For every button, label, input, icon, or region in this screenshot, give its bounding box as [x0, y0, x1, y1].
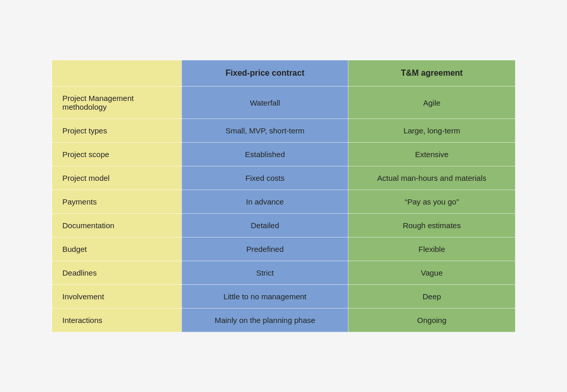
- row-tm-cell: Rough estimates: [348, 214, 515, 237]
- row-tm-cell: Flexible: [348, 237, 515, 261]
- header-fixed-price-cell: Fixed-price contract: [181, 60, 348, 87]
- row-label-cell: Documentation: [52, 214, 182, 237]
- row-label-cell: Budget: [52, 237, 182, 261]
- row-fixed-price-cell: Predefined: [181, 237, 348, 261]
- table-row: BudgetPredefinedFlexible: [52, 237, 515, 261]
- row-label-cell: Deadlines: [52, 261, 182, 285]
- row-label-cell: Project model: [52, 166, 182, 190]
- row-fixed-price-cell: Fixed costs: [181, 166, 348, 190]
- row-tm-cell: Extensive: [348, 143, 515, 166]
- row-fixed-price-cell: Mainly on the planning phase: [181, 309, 348, 332]
- row-fixed-price-cell: Little to no management: [181, 285, 348, 309]
- row-tm-cell: Actual man-hours and materials: [348, 166, 515, 190]
- row-fixed-price-cell: Waterfall: [181, 87, 348, 119]
- table-header-row: Fixed-price contract T&M agreement: [52, 60, 515, 87]
- row-label-cell: Payments: [52, 190, 182, 214]
- row-label-cell: Involvement: [52, 285, 182, 309]
- row-tm-cell: Large, long-term: [348, 119, 515, 143]
- row-fixed-price-cell: In advance: [181, 190, 348, 214]
- row-fixed-price-cell: Small, MVP, short-term: [181, 119, 348, 143]
- header-tm-cell: T&M agreement: [348, 60, 515, 87]
- row-label-cell: Project types: [52, 119, 182, 143]
- table-row: InvolvementLittle to no managementDeep: [52, 285, 515, 309]
- table-row: PaymentsIn advance“Pay as you go”: [52, 190, 515, 214]
- row-fixed-price-cell: Strict: [181, 261, 348, 285]
- row-fixed-price-cell: Established: [181, 143, 348, 166]
- row-label-cell: Interactions: [52, 309, 182, 332]
- row-tm-cell: Vague: [348, 261, 515, 285]
- row-tm-cell: “Pay as you go”: [348, 190, 515, 214]
- table-row: Project typesSmall, MVP, short-termLarge…: [52, 119, 515, 143]
- table-row: Project modelFixed costsActual man-hours…: [52, 166, 515, 190]
- table-row: DeadlinesStrictVague: [52, 261, 515, 285]
- table-row: DocumentationDetailedRough estimates: [52, 214, 515, 237]
- header-label-cell: [52, 60, 182, 87]
- table-row: Project Management methodologyWaterfallA…: [52, 87, 515, 119]
- row-tm-cell: Deep: [348, 285, 515, 309]
- row-label-cell: Project scope: [52, 143, 182, 166]
- row-label-cell: Project Management methodology: [52, 87, 182, 119]
- comparison-table: Fixed-price contract T&M agreement Proje…: [52, 60, 515, 332]
- row-tm-cell: Ongoing: [348, 309, 515, 332]
- row-fixed-price-cell: Detailed: [181, 214, 348, 237]
- row-tm-cell: Agile: [348, 87, 515, 119]
- table-row: InteractionsMainly on the planning phase…: [52, 309, 515, 332]
- table-row: Project scopeEstablishedExtensive: [52, 143, 515, 166]
